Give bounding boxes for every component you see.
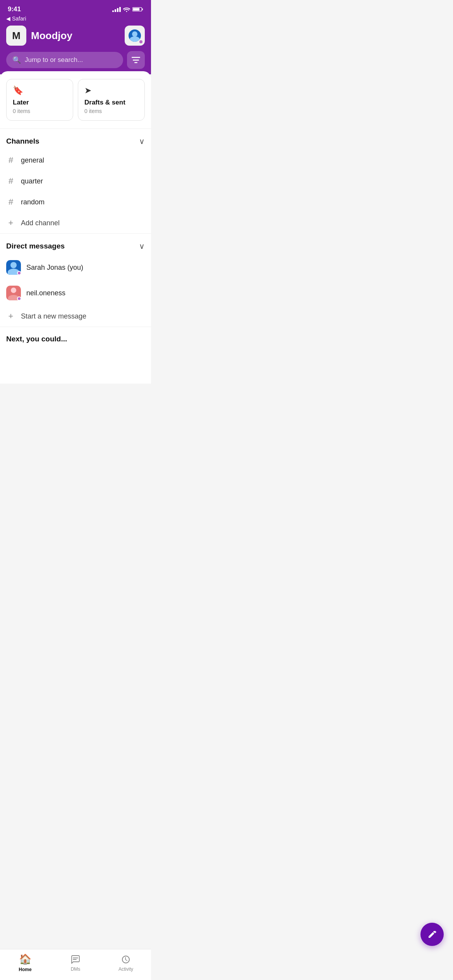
status-time: 9:41 [8,5,21,13]
search-placeholder: Jump to or search... [25,56,83,64]
status-icons [112,7,143,12]
add-channel-label: Add channel [21,219,60,227]
safari-back[interactable]: ◀ Safari [6,15,145,22]
add-channel-item[interactable]: + Add channel [6,212,145,233]
channels-header[interactable]: Channels ∨ [6,129,145,150]
sarah-status-dot [17,271,21,275]
hash-icon: # [6,197,15,207]
app-icon: M [6,26,26,46]
svg-rect-4 [133,60,139,61]
dm-item-neil[interactable]: neil.oneness [6,280,145,306]
neil-dm-name: neil.oneness [26,289,65,297]
sarah-avatar-container [6,260,21,275]
filter-icon [132,57,140,63]
dm-item-sarah[interactable]: Sarah Jonas (you) [6,255,145,280]
channels-chevron-icon: ∨ [139,137,145,146]
send-icon: ➤ [84,86,138,96]
bookmark-icon: 🔖 [13,86,67,96]
main-content: 🔖 Later 0 items ➤ Drafts & sent 0 items … [0,71,151,384]
channel-item-general[interactable]: # general [6,150,145,171]
neil-avatar-container [6,286,21,300]
new-message-label: Start a new message [21,312,86,320]
channel-name: random [21,198,45,206]
plus-icon: + [6,218,15,228]
app-title: Moodjoy [31,30,72,42]
dm-section-header[interactable]: Direct messages ∨ [6,234,145,255]
sarah-dm-name: Sarah Jonas (you) [26,264,83,272]
svg-rect-2 [142,9,143,10]
status-bar: 9:41 [0,0,151,15]
avatar-status-dot [139,39,143,44]
later-subtitle: 0 items [13,108,67,114]
filter-button[interactable] [127,51,145,69]
svg-rect-1 [133,8,139,11]
search-row: 🔍 Jump to or search... [6,51,145,69]
hash-icon: # [6,155,15,165]
wifi-icon [123,7,130,12]
channel-name: general [21,156,44,164]
battery-icon [132,7,143,12]
hash-icon: # [6,176,15,186]
quick-access-section: 🔖 Later 0 items ➤ Drafts & sent 0 items [0,71,151,128]
channels-section: Channels ∨ # general # quarter # random … [0,128,151,233]
later-title: Later [13,99,67,106]
user-avatar-button[interactable] [125,26,145,46]
dm-section-title: Direct messages [6,242,65,250]
channels-title: Channels [6,137,39,146]
dm-chevron-icon: ∨ [139,242,145,251]
channel-item-quarter[interactable]: # quarter [6,171,145,192]
header-left: M Moodjoy [6,26,72,46]
svg-rect-5 [134,62,137,63]
search-icon: 🔍 [12,56,21,64]
plus-icon: + [6,311,15,321]
next-title: Next, you could... [6,335,145,343]
signal-icon [112,7,121,12]
new-message-item[interactable]: + Start a new message [6,306,145,327]
svg-rect-3 [132,57,140,58]
neil-status-dot [17,296,21,301]
direct-messages-section: Direct messages ∨ Sarah Jonas (you) neil… [0,233,151,327]
next-section: Next, you could... [0,327,151,353]
later-card[interactable]: 🔖 Later 0 items [6,79,73,121]
header-row: M Moodjoy [6,26,145,46]
channel-item-random[interactable]: # random [6,192,145,212]
search-bar[interactable]: 🔍 Jump to or search... [6,52,123,68]
header: ◀ Safari M Moodjoy 🔍 Jump to or search..… [0,15,151,74]
drafts-subtitle: 0 items [84,108,138,114]
channel-name: quarter [21,177,43,185]
drafts-card[interactable]: ➤ Drafts & sent 0 items [78,79,145,121]
drafts-title: Drafts & sent [84,99,138,106]
